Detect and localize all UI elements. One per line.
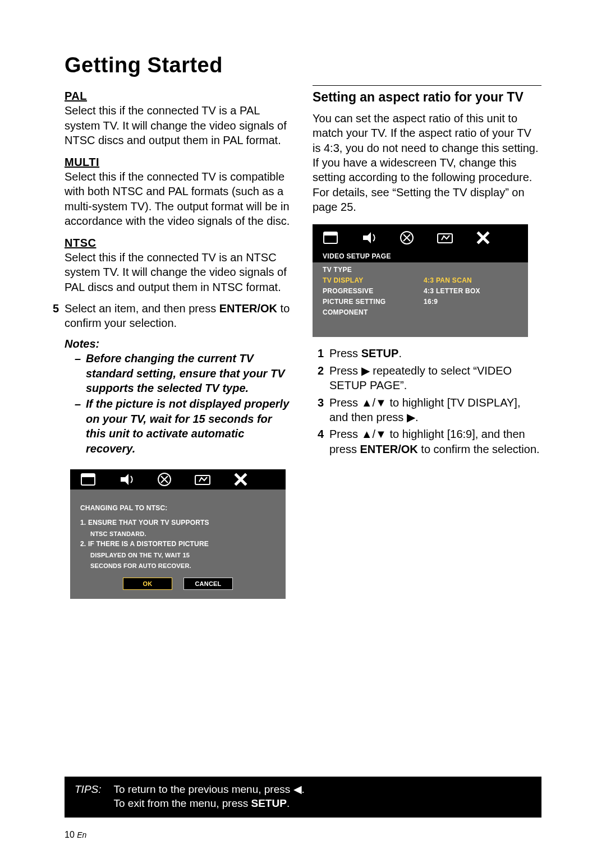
step-number: 4 (313, 427, 324, 456)
dialog-line: DISPLAYED ON THE TV, WAIT 15 (80, 551, 276, 560)
menu-grid: TV TYPE TV DISPLAY4:3 PAN SCAN PROGRESSI… (313, 262, 528, 337)
notes-item-text: Before changing the current TV standard … (86, 351, 293, 395)
menu-value (424, 266, 519, 275)
dialog-line: NTSC STANDARD. (80, 530, 276, 538)
up-down-arrow-icon: ▲/▼ (361, 395, 387, 410)
s4-pre: Press (329, 428, 361, 440)
step-text: Press SETUP. (329, 346, 541, 361)
notes-item: – If the picture is not displayed proper… (75, 396, 293, 456)
page-number: 10 En (65, 830, 86, 840)
right-arrow-icon: ▶ (361, 363, 370, 378)
ok-button[interactable]: OK (123, 578, 172, 590)
content-columns: PAL Select this if the connected TV is a… (65, 85, 541, 608)
step-4: 4 Press ▲/▼ to highlight [16:9], and the… (313, 427, 541, 456)
dialog-title: CHANGING PAL TO NTSC: (80, 504, 276, 513)
disc-settings-icon (398, 229, 416, 247)
section-rule (313, 85, 541, 86)
step-3: 3 Press ▲/▼ to highlight [TV DISPLAY], a… (313, 395, 541, 425)
preferences-icon (194, 470, 212, 488)
dialog-body: CHANGING PAL TO NTSC: 1. ENSURE THAT YOU… (70, 496, 286, 599)
menu-title: VIDEO SETUP PAGE (313, 251, 528, 262)
tips-line2b: . (287, 797, 290, 809)
step-1: 1 Press SETUP. (313, 346, 541, 361)
menu-icon-row (70, 469, 286, 496)
menu-value-16-9[interactable]: 16:9 (424, 298, 519, 307)
tips-line2a: To exit from the menu, press (114, 797, 251, 809)
page-icon (79, 470, 97, 488)
s1-bold: SETUP (361, 347, 399, 359)
audio-icon (360, 229, 378, 247)
intro-paragraph-2: For details, see “Setting the TV display… (313, 185, 541, 215)
step-number: 3 (313, 395, 324, 425)
dialog-buttons: OK CANCEL (80, 578, 276, 590)
notes-item: – Before changing the current TV standar… (75, 351, 293, 395)
preferences-icon (436, 229, 454, 247)
step-5: 5 Select an item, and then press ENTER/O… (48, 301, 293, 331)
ntsc-body: Select this if the connected TV is an NT… (65, 250, 293, 294)
s2-pre: Press (329, 364, 361, 377)
menu-value (424, 308, 519, 317)
dialog-line: 2. IF THERE IS A DISTORTED PICTURE (80, 540, 276, 549)
dash-icon: – (75, 351, 81, 395)
s3-post: . (415, 411, 419, 423)
close-icon (474, 229, 492, 247)
menu-item-progressive[interactable]: PROGRESSIVE (323, 287, 424, 296)
right-arrow-icon: ▶ (407, 410, 415, 424)
menu-item-component[interactable]: COMPONENT (323, 308, 424, 317)
menu-item-tv-type[interactable]: TV TYPE (323, 266, 424, 275)
s1-post: . (398, 347, 402, 359)
right-column: Setting an aspect ratio for your TV You … (313, 85, 541, 608)
step-number: 5 (48, 301, 59, 331)
svg-rect-1 (81, 474, 95, 477)
svg-rect-5 (324, 232, 337, 236)
menu-value-letter-box[interactable]: 4:3 LETTER BOX (424, 287, 519, 296)
pal-ntsc-dialog: CHANGING PAL TO NTSC: 1. ENSURE THAT YOU… (70, 469, 286, 599)
tips-label: TIPS: (75, 782, 102, 811)
page-lang: En (77, 830, 86, 839)
step-number: 2 (313, 363, 324, 393)
audio-icon (117, 470, 135, 488)
menu-item-tv-display[interactable]: TV DISPLAY (323, 276, 424, 285)
step-number: 1 (313, 346, 324, 361)
s1-pre: Press (329, 347, 361, 359)
notes-heading: Notes: (65, 336, 293, 351)
step-2: 2 Press ▶ repeatedly to select “VIDEO SE… (313, 363, 541, 393)
left-column: PAL Select this if the connected TV is a… (65, 85, 293, 608)
close-icon (232, 470, 250, 488)
tips-line1a: To return to the previous menu, press (114, 783, 293, 795)
dialog-line: 1. ENSURE THAT YOUR TV SUPPORTS (80, 519, 276, 528)
step-text: Select an item, and then press ENTER/OK … (65, 301, 293, 331)
step-text: Press ▲/▼ to highlight [16:9], and then … (329, 427, 541, 456)
disc-settings-icon (155, 470, 173, 488)
multi-heading: MULTI (65, 155, 293, 169)
step-text: Press ▲/▼ to highlight [TV DISPLAY], and… (329, 395, 541, 425)
s3-pre: Press (329, 396, 361, 409)
notes-item-text: If the picture is not displayed properly… (86, 396, 293, 456)
step5-bold: ENTER/OK (219, 302, 277, 315)
tips-text: To return to the previous menu, press ◀.… (114, 782, 305, 811)
notes-list: – Before changing the current TV standar… (75, 351, 293, 456)
dialog-line: SECONDS FOR AUTO RECOVER. (80, 562, 276, 570)
svg-rect-3 (195, 475, 210, 484)
page-icon (322, 229, 339, 247)
tips-line1b: . (302, 783, 305, 795)
video-setup-menu: VIDEO SETUP PAGE TV TYPE TV DISPLAY4:3 P… (313, 224, 528, 337)
multi-body: Select this if the connected TV is compa… (65, 169, 293, 229)
section-heading: Setting an aspect ratio for your TV (313, 89, 541, 105)
up-down-arrow-icon: ▲/▼ (361, 427, 387, 441)
tips-bar: TIPS: To return to the previous menu, pr… (65, 777, 541, 818)
s4-post: to confirm the selection. (418, 443, 540, 455)
left-arrow-icon: ◀ (293, 782, 302, 797)
page-num-value: 10 (65, 830, 75, 839)
cancel-button[interactable]: CANCEL (183, 578, 233, 590)
menu-value-pan-scan[interactable]: 4:3 PAN SCAN (424, 276, 519, 285)
step-text: Press ▶ repeatedly to select “VIDEO SETU… (329, 363, 541, 393)
step5-pre: Select an item, and then press (65, 302, 219, 315)
menu-icon-row (313, 224, 528, 251)
ntsc-heading: NTSC (65, 236, 293, 250)
intro-paragraph: You can set the aspect ratio of this uni… (313, 111, 541, 185)
tips-line2bold: SETUP (251, 797, 287, 809)
menu-item-picture-setting[interactable]: PICTURE SETTING (323, 298, 424, 307)
page-title: Getting Started (65, 53, 541, 77)
s4-bold: ENTER/OK (360, 443, 417, 455)
